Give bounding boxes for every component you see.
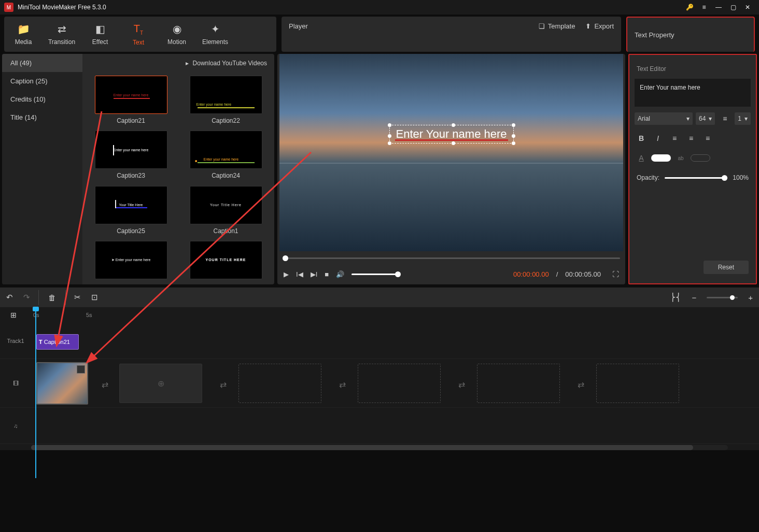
zoom-slider[interactable] (707, 297, 738, 298)
thumb-extra1[interactable]: ➤ Enter your name here (95, 241, 167, 279)
bold-button[interactable]: B (635, 132, 648, 145)
timeline: ↶ ↷ 🗑 ✂ ⊡ ⎬⎨ − + 0s 5s ⊞ Track1 TCaption… (0, 287, 759, 450)
motion-icon: ◉ (173, 23, 181, 35)
folder-icon: 📁 (17, 23, 30, 35)
drop-slot[interactable] (358, 364, 441, 403)
next-frame-button[interactable]: ▶I (311, 270, 318, 278)
add-track-button[interactable]: ⊞ (10, 311, 17, 319)
timeline-scrollbar[interactable] (31, 445, 728, 450)
close-button[interactable]: ✕ (740, 0, 755, 15)
volume-slider[interactable] (352, 274, 398, 275)
playhead[interactable] (35, 307, 36, 478)
caption-track[interactable]: Track1 TCaption21 (0, 323, 759, 359)
app-logo: M (4, 3, 13, 12)
drop-slot[interactable] (596, 364, 679, 403)
text-editor-input[interactable]: Enter Your name here (635, 79, 751, 107)
play-button[interactable]: ▶ (284, 270, 289, 278)
category-caption[interactable]: Caption (25) (2, 72, 82, 90)
titlebar: M MiniTool MovieMaker Free 5.3.0 🔑 ≡ — ▢… (0, 0, 759, 15)
delete-button[interactable]: 🗑 (38, 290, 66, 305)
thumb-caption1[interactable]: Your Title Here (190, 186, 262, 224)
font-select[interactable]: Arial▾ (635, 112, 693, 125)
prev-frame-button[interactable]: I◀ (296, 270, 303, 278)
stop-button[interactable]: ■ (325, 270, 329, 278)
transition-tab[interactable]: ⇄Transition (43, 17, 81, 52)
highlight-swatch[interactable] (691, 154, 710, 162)
drop-slot[interactable] (477, 364, 560, 403)
video-track[interactable]: 🎞 ⊕ ⇄ ⇄ ⇄ ⇄ ⇄ (0, 359, 759, 408)
align-left-button[interactable]: ≡ (668, 132, 681, 145)
player-controls: ▶ I◀ ▶I ■ 🔊 00:00:00.00 / 00:00:05.00 ⛶ (277, 264, 625, 284)
font-size-select[interactable]: 64▾ (696, 112, 715, 125)
fullscreen-button[interactable]: ⛶ (612, 270, 619, 278)
crop-button[interactable]: ⊡ (91, 293, 98, 302)
snap-button[interactable]: ⎬⎨ (670, 293, 681, 302)
text-tab[interactable]: TTText (119, 17, 158, 52)
text-property-panel: Text Editor Enter Your name here Arial▾ … (628, 54, 757, 284)
opacity-slider[interactable] (665, 177, 727, 179)
thumb-caption21[interactable]: Enter your name here (95, 76, 167, 114)
scrubber[interactable] (283, 253, 620, 264)
category-title[interactable]: Title (14) (2, 108, 82, 126)
import-icon: ⊕ (158, 379, 164, 389)
line-spacing-icon[interactable]: ≡ (718, 112, 732, 125)
effect-tab[interactable]: ◧Effect (81, 17, 119, 52)
thumb-caption25[interactable]: Your Title Here (95, 186, 167, 224)
text-color-swatch[interactable] (651, 154, 671, 162)
drop-slot[interactable]: ⊕ (119, 364, 202, 403)
template-button[interactable]: ❏Template (539, 22, 575, 30)
audio-track[interactable]: ♫ (0, 408, 759, 444)
zoom-out-button[interactable]: − (692, 293, 696, 302)
transition-slot[interactable]: ⇄ (578, 380, 584, 390)
text-color-button[interactable]: A (635, 151, 648, 165)
player-panel: Enter Your name here ▶ I◀ ▶I ■ 🔊 00:00:0… (277, 54, 625, 284)
main-toolbar: 📁Media ⇄Transition ◧Effect TTText ◉Motio… (4, 17, 276, 52)
text-editor-label: Text Editor (629, 59, 756, 77)
export-button[interactable]: ⬆Export (585, 22, 614, 30)
preview-canvas[interactable]: Enter Your name here (279, 54, 623, 251)
text-overlay[interactable]: Enter Your name here (389, 125, 513, 143)
thumb-label: Caption1 (213, 227, 238, 235)
key-icon[interactable]: 🔑 (682, 0, 697, 15)
transition-slot[interactable]: ⇄ (102, 380, 108, 390)
app-title: MiniTool MovieMaker Free 5.3.0 (18, 4, 106, 11)
cut-button[interactable]: ✂ (74, 293, 81, 302)
transition-slot[interactable]: ⇄ (339, 380, 346, 390)
minimize-button[interactable]: — (711, 0, 726, 15)
thumb-label: Caption23 (117, 172, 145, 179)
align-right-button[interactable]: ≡ (701, 132, 714, 145)
zoom-in-button[interactable]: + (748, 293, 753, 302)
text-gallery-panel: All (49) Caption (25) Credits (10) Title… (2, 54, 274, 284)
reset-button[interactable]: Reset (704, 261, 749, 274)
thumb-caption24[interactable]: Enter your name here☻ (190, 131, 262, 169)
time-ruler[interactable]: 0s 5s ⊞ (0, 307, 759, 323)
transition-slot[interactable]: ⇄ (458, 380, 465, 390)
elements-tab[interactable]: ✦Elements (196, 17, 234, 52)
caption-clip[interactable]: TCaption21 (36, 334, 79, 350)
highlight-button[interactable]: ab (674, 151, 687, 165)
motion-tab[interactable]: ◉Motion (158, 17, 196, 52)
italic-button[interactable]: I (651, 132, 665, 145)
media-tab[interactable]: 📁Media (4, 17, 43, 52)
redo-button[interactable]: ↷ (23, 293, 30, 302)
download-youtube-link[interactable]: Download YouTube Videos (193, 60, 267, 67)
template-grid: Enter your name hereCaption21 Enter your… (82, 73, 274, 284)
category-all[interactable]: All (49) (2, 54, 82, 72)
opacity-label: Opacity: (637, 174, 659, 181)
youtube-icon: ▸ (186, 60, 189, 67)
chevron-down-icon: ▾ (744, 115, 748, 122)
thumb-caption22[interactable]: Enter your name here (190, 76, 262, 114)
menu-icon[interactable]: ≡ (697, 0, 711, 15)
video-clip[interactable] (36, 362, 88, 405)
elements-icon: ✦ (211, 23, 220, 35)
align-center-button[interactable]: ≡ (684, 132, 698, 145)
volume-icon[interactable]: 🔊 (336, 270, 344, 278)
thumb-extra2[interactable]: YOUR TITLE HERE (190, 241, 262, 279)
category-credits[interactable]: Credits (10) (2, 90, 82, 108)
drop-slot[interactable] (238, 364, 321, 403)
transition-slot[interactable]: ⇄ (220, 380, 227, 390)
line-spacing-select[interactable]: 1▾ (735, 112, 751, 125)
maximize-button[interactable]: ▢ (726, 0, 740, 15)
undo-button[interactable]: ↶ (6, 293, 13, 302)
thumb-caption23[interactable]: Enter your name here (95, 131, 167, 169)
